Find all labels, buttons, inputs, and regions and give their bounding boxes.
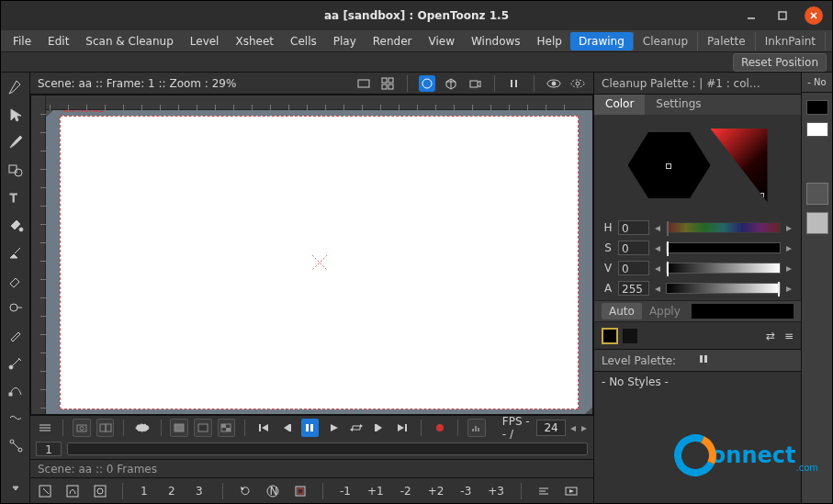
viewport[interactable]: Camera1 bbox=[30, 95, 593, 415]
define-subcamera-icon[interactable] bbox=[133, 419, 151, 437]
mini-swatch-1[interactable] bbox=[806, 122, 828, 137]
h-value[interactable]: 0 bbox=[618, 220, 649, 235]
prev-frame-button[interactable] bbox=[277, 419, 295, 437]
play-button[interactable] bbox=[324, 419, 342, 437]
room-animation[interactable]: Animatio bbox=[825, 32, 833, 50]
menu-windows[interactable]: Windows bbox=[463, 32, 529, 50]
tab-settings[interactable]: Settings bbox=[645, 95, 712, 115]
frame-slider[interactable] bbox=[67, 442, 588, 455]
step-m1[interactable]: -1 bbox=[336, 485, 355, 498]
fps-up-icon[interactable]: ▸ bbox=[580, 421, 588, 434]
apply-button[interactable]: Apply bbox=[649, 305, 681, 318]
hex-wheel[interactable] bbox=[628, 129, 711, 202]
menu-file[interactable]: File bbox=[5, 32, 39, 50]
step-m2[interactable]: -2 bbox=[397, 485, 415, 498]
a-inc-icon[interactable]: ▸ bbox=[784, 282, 794, 295]
preview-icon[interactable] bbox=[546, 75, 562, 92]
minimize-button[interactable] bbox=[742, 6, 760, 25]
grid-icon[interactable] bbox=[379, 75, 396, 92]
v-inc-icon[interactable]: ▸ bbox=[784, 262, 794, 274]
selection-tool-icon[interactable] bbox=[6, 106, 25, 124]
new-raster-icon[interactable] bbox=[91, 482, 109, 500]
h-slider[interactable] bbox=[666, 222, 781, 233]
swap-icon[interactable]: ⇄ bbox=[766, 330, 775, 342]
canvas-area[interactable]: Camera1 bbox=[46, 110, 592, 414]
h-dec-icon[interactable]: ◂ bbox=[653, 221, 662, 234]
subcamera-preview-icon[interactable] bbox=[569, 75, 586, 92]
3d-view-icon[interactable] bbox=[443, 75, 459, 92]
reframe2-icon[interactable]: 2 bbox=[163, 482, 182, 500]
style-picker-tool-icon[interactable] bbox=[6, 326, 25, 344]
style-set-dropdown[interactable]: - No bbox=[802, 73, 832, 93]
step-p2[interactable]: +2 bbox=[424, 485, 448, 498]
h-inc-icon[interactable]: ▸ bbox=[784, 221, 794, 234]
type-tool-icon[interactable]: T bbox=[6, 188, 25, 207]
s-inc-icon[interactable]: ▸ bbox=[784, 241, 794, 254]
edit-tool-icon[interactable] bbox=[6, 78, 25, 96]
style-swatch-1[interactable] bbox=[622, 328, 638, 344]
v-dec-icon[interactable]: ◂ bbox=[653, 262, 662, 274]
menu-level[interactable]: Level bbox=[182, 32, 228, 50]
sv-triangle[interactable] bbox=[711, 129, 768, 202]
bg-check-icon[interactable] bbox=[218, 419, 236, 437]
fill-tool-icon[interactable] bbox=[6, 216, 25, 234]
palette-menu-icon[interactable]: ≡ bbox=[784, 330, 794, 342]
fx-icon[interactable] bbox=[535, 482, 553, 500]
camera-stand-view-icon[interactable] bbox=[419, 75, 435, 92]
loop-button[interactable] bbox=[347, 419, 365, 437]
step-p1[interactable]: +1 bbox=[364, 485, 388, 498]
mini-swatch-2[interactable] bbox=[806, 183, 828, 205]
room-drawing[interactable]: Drawing bbox=[570, 32, 633, 50]
menu-cells[interactable]: Cells bbox=[282, 32, 325, 50]
pinch-tool-icon[interactable] bbox=[6, 409, 25, 427]
new-vector-icon[interactable] bbox=[63, 482, 82, 500]
last-frame-button[interactable] bbox=[394, 419, 411, 437]
first-frame-button[interactable] bbox=[254, 419, 272, 437]
menu-xsheet[interactable]: Xsheet bbox=[227, 32, 282, 50]
s-slider[interactable] bbox=[666, 242, 781, 253]
a-dec-icon[interactable]: ◂ bbox=[653, 282, 662, 295]
histogram-icon[interactable] bbox=[467, 419, 486, 437]
level-palette-pause-icon[interactable] bbox=[698, 353, 794, 367]
repeat-icon[interactable] bbox=[236, 482, 254, 500]
next-frame-button[interactable] bbox=[371, 419, 388, 437]
maximize-button[interactable] bbox=[773, 6, 792, 25]
snapshot-icon[interactable] bbox=[73, 419, 91, 437]
tape-tool-icon[interactable] bbox=[6, 298, 25, 317]
rgb-picker-tool-icon[interactable] bbox=[6, 353, 25, 372]
new-toonz-raster-icon[interactable] bbox=[36, 482, 54, 500]
step-m3[interactable]: -3 bbox=[456, 485, 475, 498]
mini-swatch-0[interactable] bbox=[806, 100, 828, 115]
fps-input[interactable] bbox=[536, 420, 566, 436]
menu-render[interactable]: Render bbox=[365, 32, 421, 50]
open-subxsheet-icon[interactable] bbox=[291, 482, 310, 500]
freeze-icon[interactable] bbox=[506, 75, 523, 92]
style-swatch-0[interactable] bbox=[602, 328, 618, 344]
auto-button[interactable]: Auto bbox=[602, 303, 642, 319]
reframe3-icon[interactable]: 3 bbox=[191, 482, 209, 500]
tool-expand-icon[interactable] bbox=[6, 479, 25, 498]
bg-white-icon[interactable] bbox=[170, 419, 188, 437]
v-slider[interactable] bbox=[666, 263, 781, 274]
mini-swatch-3[interactable] bbox=[806, 212, 828, 234]
tab-color[interactable]: Color bbox=[594, 95, 645, 115]
animate-icon[interactable] bbox=[562, 482, 580, 500]
compare-icon[interactable] bbox=[96, 419, 115, 437]
close-button[interactable] bbox=[805, 6, 823, 25]
step-p3[interactable]: +3 bbox=[484, 485, 508, 498]
reframe1-icon[interactable]: 1 bbox=[136, 482, 154, 500]
bg-black-icon[interactable] bbox=[194, 419, 212, 437]
paint-brush-tool-icon[interactable] bbox=[6, 243, 25, 262]
field-guide-icon[interactable] bbox=[355, 75, 372, 92]
frame-number[interactable]: 1 bbox=[36, 442, 62, 456]
collapse-icon[interactable]: N bbox=[264, 482, 282, 500]
record-button[interactable] bbox=[431, 419, 448, 437]
menu-scan-cleanup[interactable]: Scan & Cleanup bbox=[77, 32, 181, 50]
room-cleanup[interactable]: Cleanup bbox=[633, 32, 697, 50]
pause-button[interactable] bbox=[301, 419, 319, 437]
control-point-tool-icon[interactable] bbox=[6, 381, 25, 399]
geometric-tool-icon[interactable] bbox=[6, 161, 25, 179]
a-slider[interactable] bbox=[666, 283, 781, 294]
s-value[interactable]: 0 bbox=[618, 241, 649, 255]
menu-play[interactable]: Play bbox=[325, 32, 365, 50]
